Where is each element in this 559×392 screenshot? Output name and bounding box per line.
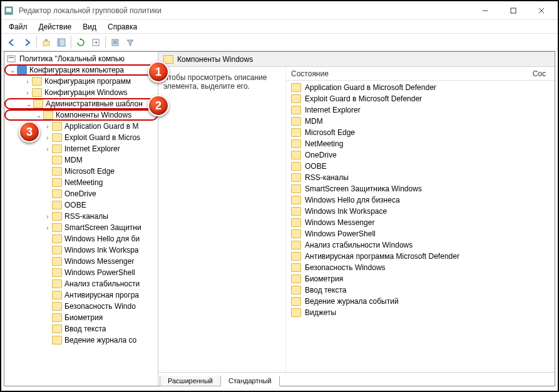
tree-item[interactable]: Windows PowerShell (4, 267, 158, 278)
tree-item[interactable]: Ввод текста (4, 323, 158, 334)
expand-icon[interactable]: › (43, 146, 52, 153)
folder-icon (52, 189, 62, 198)
column-state2[interactable]: Сос (533, 69, 546, 78)
folder-icon (291, 263, 301, 272)
list-item[interactable]: Анализ стабильности Windows (286, 239, 555, 251)
detail-title: Компоненты Windows (177, 55, 253, 64)
expand-icon[interactable]: › (43, 213, 52, 220)
menu-view[interactable]: Вид (78, 21, 101, 33)
forward-button[interactable] (20, 36, 34, 49)
properties-button[interactable] (108, 36, 122, 49)
menu-file[interactable]: Файл (4, 21, 33, 33)
collapse-icon[interactable]: ⌄ (34, 112, 43, 119)
tree-item[interactable]: NetMeeting (4, 177, 158, 188)
tree-computer-config[interactable]: ⌄ Конфигурация компьютера (4, 64, 158, 76)
up-button[interactable] (39, 36, 53, 49)
folder-icon (52, 167, 62, 176)
content-area: Политика "Локальный компью ⌄ Конфигураци… (4, 51, 555, 386)
list-item[interactable]: Виджеты (286, 307, 555, 318)
tree-item[interactable]: Windows Hello для би (4, 233, 158, 244)
tree-item[interactable]: Безопасность Windo (4, 301, 158, 312)
tab-extended[interactable]: Расширенный (160, 376, 221, 386)
list-item[interactable]: SmartScreen Защитника Windows (286, 183, 555, 194)
column-headers[interactable]: Состояние Сос (286, 67, 555, 81)
item-list[interactable]: Application Guard в Microsoft DefenderEx… (286, 81, 555, 319)
folder-icon (163, 55, 173, 64)
tree-item[interactable]: ›RSS-каналы (4, 211, 158, 222)
list-item[interactable]: Биометрия (286, 273, 555, 284)
list-item[interactable]: OneDrive (286, 149, 555, 161)
menu-action[interactable]: Действие (34, 21, 77, 33)
detail-header: Компоненты Windows (158, 52, 555, 67)
list-item[interactable]: Ведение журнала событий (286, 296, 555, 307)
tree-label: Ввод текста (64, 324, 106, 333)
menu-help[interactable]: Справка (103, 21, 142, 33)
collapse-icon[interactable]: ⌄ (8, 67, 17, 74)
column-state[interactable]: Состояние (291, 69, 329, 78)
tree-item[interactable]: Windows Messenger (4, 256, 158, 267)
list-item[interactable]: Windows Ink Workspace (286, 206, 555, 217)
item-label: Ввод текста (305, 286, 346, 294)
list-item[interactable]: Ввод текста (286, 284, 555, 296)
back-button[interactable] (5, 36, 19, 49)
list-item[interactable]: NetMeeting (286, 138, 555, 149)
show-tree-button[interactable] (54, 36, 68, 49)
tree-label: OneDrive (64, 189, 96, 198)
expand-icon[interactable]: › (43, 123, 52, 130)
folder-icon (291, 229, 301, 238)
tree-item[interactable]: Анализ стабильности (4, 278, 158, 289)
tree-windows-components[interactable]: ⌄ Компоненты Windows (4, 109, 158, 121)
list-item[interactable]: Windows Messenger (286, 217, 555, 228)
titlebar: Редактор локальной групповой политики (1, 1, 558, 20)
tree-item[interactable]: OOBE (4, 199, 158, 211)
list-item[interactable]: Антивирусная программа Microsoft Defende… (286, 251, 555, 262)
callout-2: 2 (148, 95, 169, 116)
expand-icon[interactable]: › (43, 224, 52, 231)
tree-item[interactable]: ›SmartScreen Защитни (4, 222, 158, 233)
list-item[interactable]: Безопасность Windows (286, 262, 555, 273)
list-item[interactable]: OOBE (286, 161, 555, 172)
folder-icon (291, 94, 301, 103)
expand-icon[interactable]: › (23, 78, 32, 85)
expand-icon[interactable]: › (23, 89, 32, 96)
tree-windows-config[interactable]: › Конфигурация Windows (4, 87, 158, 98)
tree-pane[interactable]: Политика "Локальный компью ⌄ Конфигураци… (4, 52, 158, 386)
minimize-button[interactable] (471, 2, 499, 19)
callout-3: 3 (19, 121, 40, 143)
tree-label: Биометрия (64, 313, 103, 322)
folder-icon (52, 313, 62, 322)
tree-item[interactable]: Антивирусная програ (4, 289, 158, 301)
tree-item[interactable]: Windows Ink Workspa (4, 244, 158, 256)
folder-icon (52, 302, 62, 311)
tab-standard[interactable]: Стандартный (220, 376, 280, 386)
tree-item[interactable]: OneDrive (4, 188, 158, 199)
collapse-icon[interactable]: ⌄ (24, 101, 33, 108)
maximize-button[interactable] (499, 2, 527, 19)
list-item[interactable]: Internet Explorer (286, 104, 555, 116)
tree-label: Политика "Локальный компью (19, 54, 125, 63)
tree-admin-templates[interactable]: ⌄ Административные шаблон (4, 98, 158, 109)
tree-item[interactable]: ›Internet Explorer (4, 143, 158, 154)
folder-icon (33, 99, 43, 108)
list-item[interactable]: Windows Hello для бизнеса (286, 194, 555, 206)
folder-icon (291, 162, 301, 171)
tree-item[interactable]: MDM (4, 154, 158, 166)
folder-icon (291, 117, 301, 126)
expand-icon[interactable]: › (43, 134, 52, 141)
list-item[interactable]: Windows PowerShell (286, 228, 555, 239)
folder-icon (291, 128, 301, 137)
list-item[interactable]: Microsoft Edge (286, 127, 555, 138)
tree-item[interactable]: Биометрия (4, 312, 158, 323)
tree-item[interactable]: Ведение журнала со (4, 334, 158, 346)
close-button[interactable] (527, 2, 555, 19)
export-button[interactable] (89, 36, 103, 49)
refresh-button[interactable] (74, 36, 88, 49)
tree-root[interactable]: Политика "Локальный компью (4, 53, 158, 64)
list-item[interactable]: Application Guard в Microsoft Defender (286, 82, 555, 93)
tree-item[interactable]: Microsoft Edge (4, 166, 158, 177)
list-item[interactable]: MDM (286, 116, 555, 127)
tree-software-config[interactable]: › Конфигурация программ (4, 76, 158, 87)
filter-button[interactable] (123, 36, 137, 49)
list-item[interactable]: RSS-каналы (286, 172, 555, 183)
list-item[interactable]: Exploit Guard в Microsoft Defender (286, 93, 555, 104)
